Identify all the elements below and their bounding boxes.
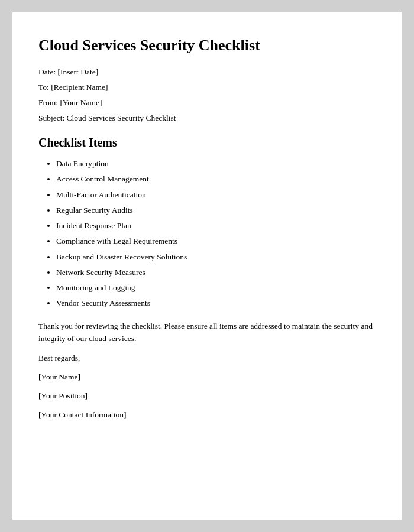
list-item: Data Encryption [56,158,376,170]
checklist-heading: Checklist Items [38,136,376,150]
body-paragraph: Thank you for reviewing the checklist. P… [38,320,376,345]
list-item: Multi-Factor Authentication [56,189,376,201]
list-item: Vendor Security Assessments [56,297,376,309]
to-line: To: [Recipient Name] [38,83,376,92]
closing-position: [Your Position] [38,391,376,401]
document-title: Cloud Services Security Checklist [38,36,376,54]
list-item: Regular Security Audits [56,205,376,216]
closing-contact: [Your Contact Information] [38,410,376,420]
list-item: Incident Response Plan [56,220,376,232]
document-container: Cloud Services Security Checklist Date: … [12,12,402,520]
sign-off: Best regards, [38,353,376,363]
list-item: Access Control Management [56,173,376,185]
from-line: From: [Your Name] [38,98,376,108]
date-line: Date: [Insert Date] [38,67,376,77]
checklist-list: Data Encryption Access Control Managemen… [38,158,376,310]
list-item: Network Security Measures [56,267,376,278]
closing-name: [Your Name] [38,372,376,382]
list-item: Compliance with Legal Requirements [56,235,376,247]
list-item: Monitoring and Logging [56,282,376,294]
subject-line: Subject: Cloud Services Security Checkli… [38,113,376,123]
list-item: Backup and Disaster Recovery Solutions [56,251,376,263]
